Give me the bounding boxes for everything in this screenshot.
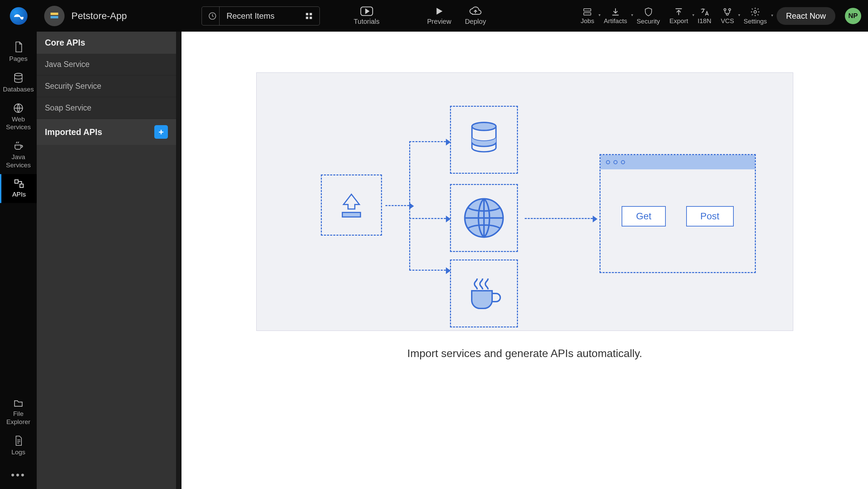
svg-point-12: [727, 13, 729, 15]
svg-rect-8: [584, 9, 591, 11]
app-name: Petstore-App: [71, 11, 127, 21]
preview-button[interactable]: Preview: [427, 6, 451, 26]
settings-button[interactable]: Settings ▾: [744, 7, 767, 25]
chevron-down-icon: ▾: [692, 13, 694, 17]
upload-icon: [334, 190, 368, 220]
wave-logo-icon: [13, 10, 24, 22]
react-now-button[interactable]: React Now: [777, 7, 835, 25]
illustration-coffee-box: [450, 259, 518, 327]
chevron-down-icon: ▾: [631, 13, 633, 17]
branch-icon: [722, 7, 732, 17]
recent-items-dropdown[interactable]: Recent Items: [202, 6, 319, 26]
core-api-java-service[interactable]: Java Service: [37, 54, 176, 75]
rail-apis[interactable]: APIs: [0, 174, 37, 203]
rail-databases[interactable]: Databases: [0, 68, 37, 98]
deploy-button[interactable]: Deploy: [465, 6, 486, 26]
stack-icon: [49, 10, 60, 22]
download-icon: [611, 7, 620, 17]
artifacts-button[interactable]: Artifacts ▾: [604, 7, 627, 25]
grid-icon[interactable]: [302, 12, 316, 20]
coffee-icon: [464, 273, 504, 314]
rail-logs[interactable]: Logs: [0, 431, 37, 461]
illustration-get-button: Get: [622, 206, 665, 226]
svg-rect-6: [310, 17, 312, 19]
gear-icon: [750, 7, 760, 17]
svg-point-19: [472, 122, 496, 131]
chevron-down-icon: ▾: [771, 13, 773, 18]
api-icon: [14, 179, 24, 188]
svg-rect-16: [15, 180, 18, 183]
database-icon: [467, 121, 501, 158]
svg-rect-17: [20, 184, 23, 187]
left-rail: Pages Databases Web Services Java Servic…: [0, 32, 37, 489]
plus-icon: +: [158, 127, 163, 137]
svg-rect-18: [342, 213, 360, 217]
window-dot-icon: [606, 160, 610, 164]
globe-icon: [13, 103, 23, 113]
translate-icon: [699, 7, 710, 17]
jobs-button[interactable]: Jobs ▾: [580, 7, 594, 25]
svg-point-11: [729, 9, 731, 11]
server-icon: [582, 7, 592, 17]
avatar[interactable]: NP: [845, 8, 861, 24]
svg-point-10: [724, 9, 726, 11]
svg-rect-5: [306, 17, 308, 19]
cloud-upload-icon: [469, 6, 482, 16]
shield-icon: [644, 7, 653, 17]
history-icon: [205, 7, 220, 25]
illustration-window-box: Get Post: [600, 154, 756, 273]
empty-state-illustration: Get Post: [256, 72, 793, 331]
illustration-upload-box: [321, 174, 382, 236]
main-canvas: Get Post Import services and generate AP…: [181, 32, 868, 489]
illustration-arrow: [385, 205, 409, 206]
svg-point-13: [754, 11, 757, 13]
chevron-down-icon: ▾: [738, 13, 740, 17]
app-type-icon[interactable]: [44, 6, 65, 26]
play-icon: [434, 6, 444, 16]
illustration-db-box: [450, 106, 518, 174]
empty-state-caption: Import services and generate APIs automa…: [407, 347, 642, 360]
database-icon: [13, 72, 23, 83]
rail-java-services[interactable]: Java Services: [0, 136, 37, 174]
svg-rect-4: [310, 13, 312, 15]
globe-icon: [462, 196, 506, 240]
folder-icon: [13, 399, 23, 408]
svg-rect-0: [51, 13, 58, 15]
side-panel: Core APIs Java Service Security Service …: [37, 32, 179, 489]
vcs-button[interactable]: VCS ▾: [721, 7, 734, 25]
core-apis-header[interactable]: Core APIs: [37, 32, 176, 54]
app-logo[interactable]: [0, 0, 37, 32]
export-button[interactable]: Export ▾: [670, 7, 688, 25]
i18n-button[interactable]: I18N: [698, 7, 711, 25]
window-dot-icon: [621, 160, 625, 164]
rail-file-explorer[interactable]: File Explorer: [0, 394, 37, 431]
topbar: Petstore-App Recent Items Tutorials: [0, 0, 868, 32]
illustration-arrow: [409, 218, 446, 219]
svg-rect-9: [584, 13, 591, 15]
rail-pages[interactable]: Pages: [0, 36, 37, 68]
add-imported-api-button[interactable]: +: [154, 125, 168, 139]
rail-more[interactable]: •••: [11, 461, 26, 489]
illustration-arrow: [525, 218, 593, 219]
illustration-globe-box: [450, 184, 518, 252]
more-icon: •••: [11, 469, 26, 480]
recent-items-label: Recent Items: [220, 11, 301, 21]
illustration-arrow: [409, 270, 446, 271]
upload-icon: [674, 7, 683, 17]
panel-resizer[interactable]: [179, 32, 181, 489]
page-icon: [13, 41, 23, 53]
security-button[interactable]: Security: [637, 7, 660, 25]
core-api-security-service[interactable]: Security Service: [37, 75, 176, 97]
imported-apis-header[interactable]: Imported APIs +: [37, 119, 176, 145]
rail-web-services[interactable]: Web Services: [0, 98, 37, 136]
tutorials-button[interactable]: Tutorials: [354, 6, 380, 26]
illustration-arrow: [409, 141, 446, 142]
illustration-post-button: Post: [686, 206, 734, 226]
chevron-down-icon: ▾: [598, 13, 601, 17]
window-dot-icon: [613, 160, 618, 164]
core-api-soap-service[interactable]: Soap Service: [37, 97, 176, 119]
svg-rect-1: [51, 16, 58, 18]
document-icon: [14, 435, 23, 446]
illustration-window-header: [601, 155, 755, 169]
video-icon: [360, 6, 373, 16]
